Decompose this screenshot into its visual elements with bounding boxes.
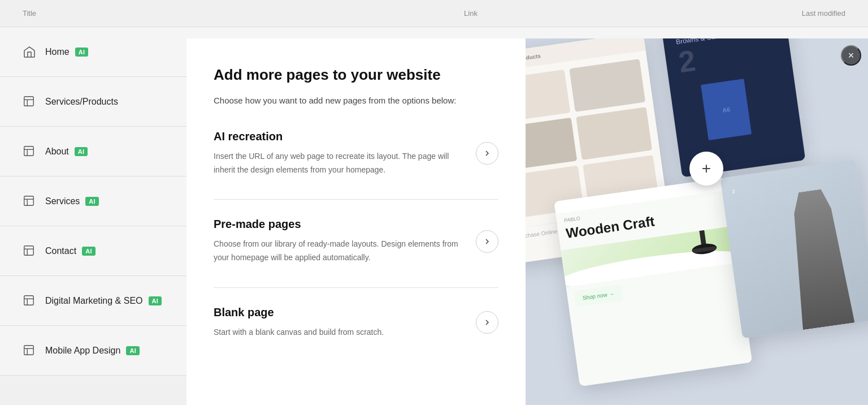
ai-recreation-arrow-button[interactable] <box>476 142 498 165</box>
page-icon-services <box>23 195 36 208</box>
page-title-services: Services <box>45 196 80 206</box>
card1-featured-label: Featured Products <box>526 53 541 66</box>
plus-icon: + <box>702 160 711 178</box>
product-thumb-4 <box>576 107 652 160</box>
svg-rect-9 <box>24 245 34 255</box>
ai-recreation-header: AI recreation Insert the URL of any web … <box>214 130 498 177</box>
link-column-header: Link <box>209 9 732 18</box>
collage-card-person: 2 <box>720 159 868 338</box>
product-thumb-3 <box>526 118 577 171</box>
modal-close-button[interactable]: × <box>841 45 861 66</box>
svg-rect-12 <box>24 295 34 305</box>
ai-recreation-section: AI recreation Insert the URL of any web … <box>214 130 498 177</box>
page-icon-mobile-app <box>23 344 36 357</box>
card4-text: 2 <box>732 189 735 195</box>
blank-page-description: Start with a blank canvas and build from… <box>214 326 384 339</box>
page-icon-contact <box>23 244 36 258</box>
product-thumb-2 <box>569 59 645 112</box>
ai-badge-about: AI <box>75 147 88 156</box>
ai-badge-contact: AI <box>82 247 96 256</box>
pre-made-pages-section: Pre-made pages Choose from our library o… <box>214 199 498 265</box>
pre-made-pages-description: Choose from our library of ready-made la… <box>214 238 462 265</box>
blank-page-title: Blank page <box>214 306 384 319</box>
pre-made-pages-header: Pre-made pages Choose from our library o… <box>214 218 498 265</box>
last-modified-column-header: Last modified <box>732 9 845 18</box>
ai-recreation-text: AI recreation Insert the URL of any web … <box>214 130 462 177</box>
collage-card-wooden-craft: PABLO Wooden Craft Shop now → <box>554 178 752 387</box>
page-icon-about <box>23 145 36 158</box>
collage-container: Featured Products Purchase Online on Nor… <box>526 38 868 405</box>
collage-card-design: Ventures Scott Browns & Sal 2 A6 <box>660 38 806 177</box>
pre-made-pages-arrow-button[interactable] <box>476 230 498 253</box>
pre-made-pages-title: Pre-made pages <box>214 218 462 231</box>
card2-button: Shop now → <box>574 285 623 308</box>
card3-big-number: 2 <box>677 38 780 77</box>
chevron-right-icon-2 <box>483 237 492 246</box>
page-title-home: Home <box>45 47 70 57</box>
page-title-digital-marketing: Digital Marketing & SEO <box>45 296 143 306</box>
blank-page-section: Blank page Start with a blank canvas and… <box>214 287 498 339</box>
title-column-header: Title <box>23 9 209 18</box>
svg-rect-3 <box>24 146 34 156</box>
modal-left-panel: Add more pages to your website Choose ho… <box>186 38 526 405</box>
modal-right-panel: Featured Products Purchase Online on Nor… <box>526 38 868 405</box>
ai-badge-mobile-app: AI <box>126 346 140 355</box>
ai-badge-digital-marketing: AI <box>149 296 162 305</box>
person-silhouette <box>773 186 866 331</box>
page-title-services-products: Services/Products <box>45 97 118 107</box>
ai-recreation-description: Insert the URL of any web page to recrea… <box>214 150 462 177</box>
ai-badge-home: AI <box>75 48 89 57</box>
chevron-right-icon <box>483 149 492 158</box>
svg-rect-15 <box>24 345 34 355</box>
table-header: Title Link Last modified <box>0 0 868 27</box>
close-icon: × <box>848 50 854 62</box>
plus-button[interactable]: + <box>689 152 723 186</box>
page-icon-services-products <box>23 95 36 109</box>
modal-subtitle: Choose how you want to add new pages fro… <box>214 94 498 107</box>
svg-rect-0 <box>24 96 34 106</box>
chevron-right-icon-3 <box>483 318 492 327</box>
blank-page-arrow-button[interactable] <box>476 311 498 334</box>
page-title-about: About <box>45 147 69 157</box>
card3-content: Ventures Scott Browns & Sal 2 A6 <box>660 38 803 157</box>
ai-recreation-title: AI recreation <box>214 130 462 143</box>
page-icon-digital-marketing <box>23 294 36 308</box>
home-icon <box>23 45 36 59</box>
add-pages-modal: Add more pages to your website Choose ho… <box>186 38 868 405</box>
page-title-contact: Contact <box>45 246 76 256</box>
card3-rect: A6 <box>701 79 752 140</box>
modal-title: Add more pages to your website <box>214 66 498 85</box>
pre-made-pages-text: Pre-made pages Choose from our library o… <box>214 218 462 265</box>
page-title-mobile-app: Mobile App Design <box>45 346 120 356</box>
ai-badge-services: AI <box>85 197 99 206</box>
svg-rect-6 <box>24 196 34 205</box>
blank-page-header: Blank page Start with a blank canvas and… <box>214 306 498 339</box>
blank-page-text: Blank page Start with a blank canvas and… <box>214 306 384 339</box>
lamp-illustration <box>672 226 733 277</box>
card3-number-label: A6 <box>722 106 731 114</box>
product-thumb-1 <box>526 70 570 123</box>
